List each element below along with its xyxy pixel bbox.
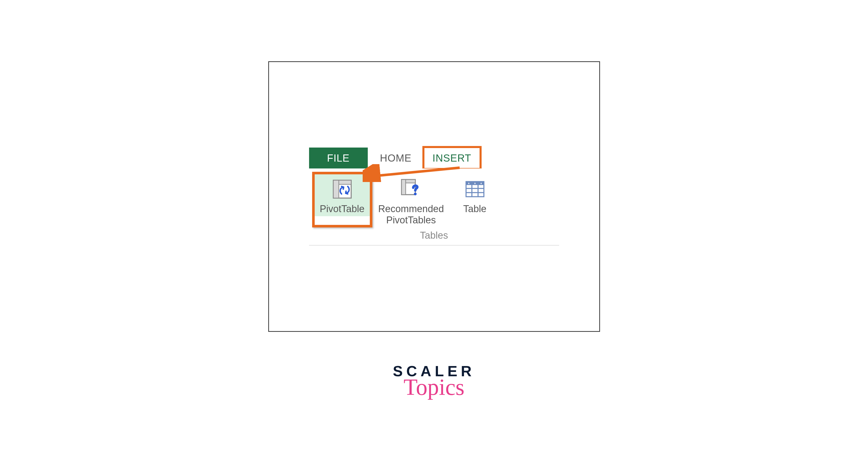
- excel-ribbon: FILE HOME INSERT: [309, 148, 559, 245]
- ribbon-body: PivotTable Recommended Pivot: [309, 168, 559, 245]
- table-button[interactable]: Table: [452, 174, 498, 216]
- scaler-topics-logo: SCALER Topics: [393, 363, 475, 400]
- recommended-pivottables-label: Recommended PivotTables: [378, 204, 444, 226]
- svg-point-6: [414, 193, 416, 195]
- tab-home[interactable]: HOME: [368, 148, 424, 168]
- svg-rect-2: [333, 180, 339, 198]
- pivottable-button[interactable]: PivotTable: [314, 174, 370, 216]
- pivottable-label: PivotTable: [320, 204, 365, 215]
- recommended-pivottables-button[interactable]: Recommended PivotTables: [373, 174, 450, 227]
- ribbon-group-tables: PivotTable Recommended Pivot: [309, 169, 559, 227]
- screenshot-frame: FILE HOME INSERT: [268, 61, 600, 332]
- svg-rect-5: [401, 180, 406, 195]
- table-icon: [462, 176, 488, 202]
- ribbon-tabs: FILE HOME INSERT: [309, 148, 559, 168]
- table-label: Table: [463, 204, 487, 215]
- brand-line2: Topics: [403, 374, 465, 400]
- tab-insert-label: INSERT: [433, 152, 471, 164]
- ribbon-group-caption: Tables: [309, 227, 559, 243]
- pivot-table-icon: [330, 176, 355, 202]
- recommended-pivot-icon: [398, 176, 424, 202]
- tab-insert[interactable]: INSERT: [424, 148, 480, 168]
- tab-file[interactable]: FILE: [309, 148, 368, 168]
